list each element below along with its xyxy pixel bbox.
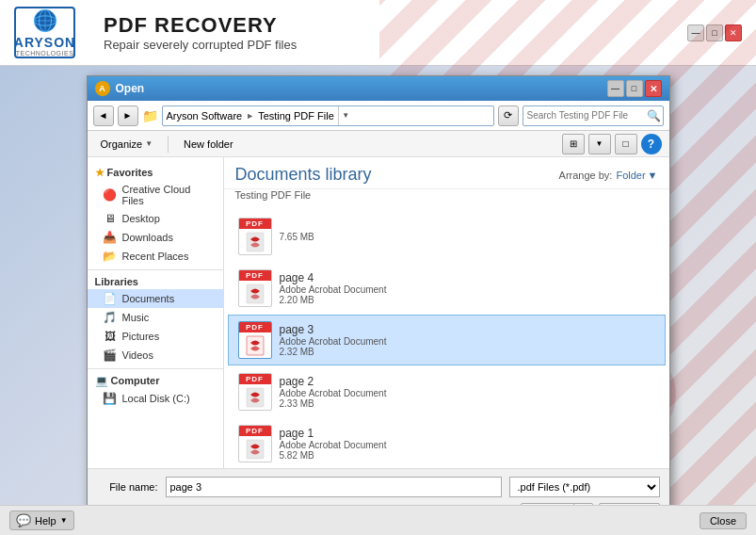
dialog-maximize-button[interactable]: □ [626,80,643,97]
sidebar-item-creative-cloud[interactable]: 🔴 Creative Cloud Files [88,181,223,209]
search-input[interactable] [527,110,647,121]
app-header: ARYSON TECHNOLOGIES PDF RECOVERY Repair … [0,0,756,66]
pdf-file-icon: PDF [238,373,272,411]
list-item[interactable]: PDF [228,263,666,314]
bottom-bar: 💬 Help ▼ Close [0,505,756,535]
pdf-acrobat-icon [246,232,265,252]
file-size: 2.32 MB [280,347,655,357]
address-bar: ◄ ► 📁 Aryson Software ► Testing PDF File… [88,101,669,131]
window-controls: — □ ✕ [687,24,742,41]
file-list-container[interactable]: PDF [224,206,669,468]
downloads-icon: 📥 [103,231,118,244]
sidebar-item-documents[interactable]: 📄 Documents [88,289,223,308]
app-subtitle: Repair severely corrupted PDF files [104,38,297,52]
sidebar-divider-2 [88,368,223,369]
arrange-value-button[interactable]: Folder ▼ [616,170,657,181]
close-button[interactable]: ✕ [725,24,742,41]
file-info: page 3 Adobe Acrobat Document 2.32 MB [280,323,655,357]
sidebar-item-pictures[interactable]: 🖼 Pictures [88,327,223,346]
view-button[interactable]: ⊞ [562,134,585,154]
back-button[interactable]: ◄ [93,105,114,126]
file-size: 2.20 MB [280,295,655,305]
arrange-by: Arrange by: Folder ▼ [559,170,658,181]
dialog-close-button[interactable]: ✕ [645,80,662,97]
view-dropdown-button[interactable]: ▼ [588,134,611,154]
svg-rect-6 [247,233,264,251]
file-info: page 4 Adobe Acrobat Document 2.20 MB [280,271,655,305]
file-list: PDF [224,206,669,468]
help-icon-button[interactable]: ? [641,134,662,154]
view-list-button[interactable]: □ [615,134,637,154]
file-info: 7.65 MB [280,232,655,242]
sidebar-item-desktop[interactable]: 🖥 Desktop [88,209,223,228]
sidebar-item-downloads[interactable]: 📥 Downloads [88,228,223,247]
address-dropdown-button[interactable]: ▼ [338,106,353,125]
dialog-titlebar-icon: A [95,81,110,96]
help-icon: 💬 [16,513,31,527]
favorites-header: ★ Favorites [88,165,223,181]
app-background: ARYSON TECHNOLOGIES PDF RECOVERY Repair … [0,0,756,535]
pictures-icon: 🖼 [103,330,118,343]
documents-icon: 📄 [103,292,118,305]
dialog-title: Open [116,82,607,95]
filetype-select[interactable]: .pdf Files (*.pdf) [509,477,660,497]
svg-rect-9 [247,388,264,407]
file-size: 7.65 MB [280,232,655,242]
pdf-acrobat-icon [246,439,265,460]
help-dropdown-icon: ▼ [60,516,68,525]
list-item[interactable]: PDF [228,315,666,365]
videos-icon: 🎬 [103,349,118,362]
toolbar: Organize ▼ New folder ⊞ ▼ □ ? [88,131,669,157]
svg-rect-7 [247,284,264,303]
app-title-area: PDF RECOVERY Repair severely corrupted P… [104,13,297,52]
pdf-file-icon: PDF [238,425,272,462]
forward-button[interactable]: ► [118,105,138,126]
local-disk-icon: 💾 [103,392,118,405]
pdf-file-icon: PDF [238,321,272,359]
filename-input[interactable] [166,477,502,497]
sidebar-item-label: Videos [122,349,153,361]
sidebar-item-recent-places[interactable]: 📂 Recent Places [88,247,223,266]
sidebar-item-label: Creative Cloud Files [122,184,216,206]
file-type: Adobe Acrobat Document [280,284,655,295]
maximize-button[interactable]: □ [706,24,723,41]
filename-label: File name: [97,481,158,493]
svg-rect-10 [247,440,264,459]
sidebar-item-music[interactable]: 🎵 Music [88,308,223,327]
new-folder-button[interactable]: New folder [178,137,239,152]
sidebar-item-label: Downloads [122,232,173,243]
organize-button[interactable]: Organize ▼ [95,137,159,152]
dialog-overlay: A Open — □ ✕ ◄ ► 📁 Aryson Software ► Tes… [0,66,756,505]
list-item[interactable]: PDF [228,366,666,417]
file-panel: Documents library Arrange by: Folder ▼ T… [224,157,669,468]
search-box[interactable]: 🔍 [523,105,664,126]
pdf-file-icon: PDF [238,218,272,255]
pdf-acrobat-icon [246,284,265,304]
help-button[interactable]: 💬 Help ▼ [9,511,74,530]
sidebar-item-local-disk[interactable]: 💾 Local Disk (C:) [88,389,223,408]
refresh-button[interactable]: ⟳ [498,105,519,126]
minimize-button[interactable]: — [687,24,704,41]
address-sub: Testing PDF File [258,110,334,122]
close-bottom-button[interactable]: Close [700,512,747,529]
desktop-icon: 🖥 [103,212,118,225]
file-name: page 4 [280,271,655,284]
dialog-minimize-button[interactable]: — [607,80,624,97]
filename-row: File name: .pdf Files (*.pdf) [97,477,660,497]
address-path[interactable]: Aryson Software ► Testing PDF File ▼ [162,105,494,126]
address-root: Aryson Software [167,110,243,122]
sidebar-item-label: Documents [122,293,175,304]
logo-subtitle: TECHNOLOGIES [16,50,74,57]
sidebar-item-label: Music [122,312,150,323]
list-item[interactable]: PDF [228,418,666,468]
sidebar-item-label: Local Disk (C:) [122,393,190,404]
search-icon: 🔍 [647,109,661,122]
sidebar: ★ Favorites 🔴 Creative Cloud Files 🖥 Des… [88,157,224,468]
arrange-label: Arrange by: [559,170,613,181]
computer-header: 💻 Computer [88,373,223,389]
list-item[interactable]: PDF [228,211,666,262]
folder-icon: 📁 [142,108,158,123]
pdf-acrobat-icon [246,335,265,356]
sidebar-item-videos[interactable]: 🎬 Videos [88,346,223,365]
svg-rect-8 [247,336,264,355]
